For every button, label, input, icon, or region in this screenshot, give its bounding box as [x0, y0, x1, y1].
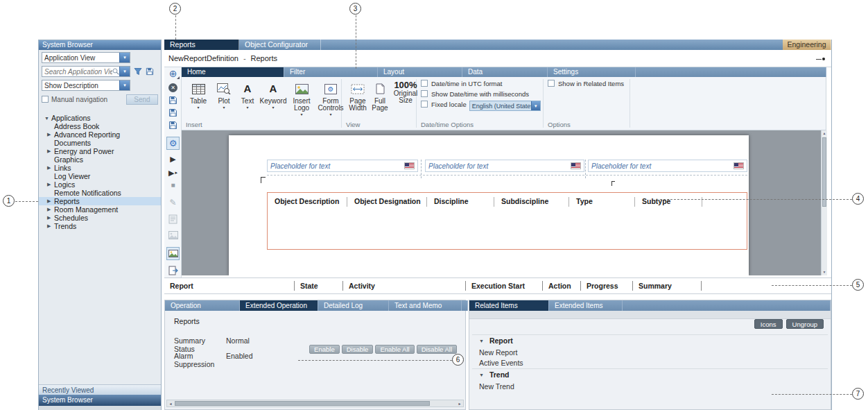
canvas-scrollbar[interactable]: ▲ ▼: [821, 130, 827, 275]
report-canvas[interactable]: Placeholder for text Placeholder for tex…: [182, 130, 821, 275]
table-column-header[interactable]: Discipline: [427, 197, 494, 249]
collapse-arrow-icon[interactable]: ▼: [479, 339, 484, 343]
queue-column-state[interactable]: State: [295, 281, 343, 291]
related-group-trend[interactable]: ▼ Trend: [479, 370, 510, 379]
tree-item-schedules[interactable]: ▶ Schedules: [39, 214, 161, 222]
scrollbar-thumb[interactable]: [822, 137, 826, 207]
locale-select[interactable]: English (United States) ▼: [469, 101, 541, 111]
related-item-new-trend[interactable]: New Trend: [479, 382, 514, 391]
stop-icon[interactable]: ■: [164, 179, 182, 191]
page-width-button[interactable]: Page Width: [346, 80, 370, 112]
report-document-icon[interactable]: [164, 213, 182, 225]
tree-item-room-management[interactable]: ▶ Room Management: [39, 205, 161, 214]
disable-button[interactable]: Disable: [342, 345, 374, 354]
tab-operation[interactable]: Operation: [165, 300, 240, 311]
tree-item-remote-notifications[interactable]: Remote Notifications: [39, 189, 161, 197]
queue-column-activity[interactable]: Activity: [343, 281, 466, 291]
tab-related-items[interactable]: Related Items: [469, 300, 549, 311]
full-page-button[interactable]: Full Page: [370, 80, 390, 112]
save-filter-icon[interactable]: [146, 67, 154, 76]
expand-arrow-icon[interactable]: ▶: [47, 148, 54, 154]
report-page[interactable]: Placeholder for text Placeholder for tex…: [229, 135, 749, 275]
icons-button[interactable]: Icons: [754, 319, 783, 329]
recently-viewed-bar[interactable]: Recently Viewed: [39, 384, 161, 395]
tree-item-documents[interactable]: Documents: [39, 139, 161, 147]
breadcrumb-context[interactable]: Reports: [251, 54, 278, 62]
tab-reports[interactable]: Reports: [164, 40, 239, 50]
ribbon-tab-layout[interactable]: Layout: [378, 67, 462, 77]
queue-column-progress[interactable]: Progress: [581, 281, 633, 291]
queue-column-action[interactable]: Action: [543, 281, 581, 291]
snapshot-icon[interactable]: [164, 246, 182, 261]
tree-item-applications[interactable]: ▼ Applications: [39, 114, 161, 122]
tab-text-and-memo[interactable]: Text and Memo: [389, 300, 462, 311]
report-table[interactable]: Object Description Object Designation Di…: [267, 192, 747, 250]
scrollbar-thumb[interactable]: [175, 401, 430, 406]
queue-column-summary[interactable]: Summary: [633, 281, 702, 291]
select-object-icon[interactable]: ⊕: [164, 67, 182, 80]
queue-column-report[interactable]: Report: [164, 281, 295, 291]
expand-arrow-icon[interactable]: ▶: [47, 165, 54, 171]
search-options-chevron-icon[interactable]: ▼: [119, 67, 130, 76]
tab-extended-operation[interactable]: Extended Operation: [240, 300, 318, 311]
export-icon[interactable]: [164, 264, 182, 277]
image-icon[interactable]: [164, 229, 182, 241]
expand-arrow-icon[interactable]: ▶: [47, 215, 54, 221]
tree-item-reports[interactable]: ▶ Reports: [39, 197, 161, 205]
fixed-locale-checkbox[interactable]: [421, 101, 428, 108]
edit-icon[interactable]: ✎: [164, 196, 182, 209]
tree-item-trends[interactable]: ▶ Trends: [39, 222, 161, 230]
ribbon-tab-data[interactable]: Data: [462, 67, 548, 77]
description-selector[interactable]: Show Description ▼: [42, 80, 130, 91]
table-column-header[interactable]: Object Description: [268, 197, 347, 249]
related-item-active-events[interactable]: Active Events: [479, 359, 523, 367]
collapse-arrow-icon[interactable]: ▼: [44, 116, 51, 121]
filter-funnel-icon[interactable]: [134, 67, 142, 76]
expand-arrow-icon[interactable]: ▶: [47, 132, 54, 137]
save-icon[interactable]: [164, 94, 182, 106]
expand-arrow-icon[interactable]: ▶: [47, 207, 54, 212]
table-button[interactable]: Table ▾: [186, 80, 211, 110]
related-group-report[interactable]: ▼ Report: [479, 336, 513, 345]
breadcrumb-name[interactable]: NewReportDefinition: [168, 54, 238, 62]
expand-arrow-icon[interactable]: ▶: [47, 182, 54, 187]
insert-logo-button[interactable]: Insert Logo ▾: [288, 80, 315, 117]
view-selector[interactable]: Application View ▼: [42, 52, 130, 63]
scroll-up-icon[interactable]: ▲: [822, 130, 827, 137]
text-placeholder-1[interactable]: Placeholder for text: [267, 160, 418, 172]
pin-icon[interactable]: [816, 58, 826, 60]
ungroup-button[interactable]: Ungroup: [786, 319, 824, 329]
queue-column-execution-start[interactable]: Execution Start: [466, 281, 543, 291]
tab-detailed-log[interactable]: Detailed Log: [318, 300, 389, 311]
table-column-header[interactable]: Type: [569, 197, 635, 249]
search-input[interactable]: [42, 68, 112, 76]
cancel-icon[interactable]: ✕: [164, 81, 182, 94]
chevron-down-icon[interactable]: ▼: [119, 80, 130, 90]
text-button[interactable]: A Text ▾: [237, 80, 258, 110]
keyword-button[interactable]: A Keyword ▾: [258, 80, 288, 110]
expand-arrow-icon[interactable]: ▶: [47, 223, 54, 229]
expand-arrow-icon[interactable]: ▶: [47, 198, 54, 204]
chevron-down-icon[interactable]: ▼: [531, 101, 540, 110]
tree-item-advanced-reporting[interactable]: ▶ Advanced Reporting: [39, 130, 161, 139]
manual-navigation-checkbox[interactable]: [42, 96, 49, 103]
tree-item-links[interactable]: ▶ Links: [39, 164, 161, 172]
scroll-right-icon[interactable]: ▸: [456, 401, 463, 406]
table-column-header[interactable]: Subtype: [635, 197, 702, 249]
save-as-icon[interactable]: [164, 106, 182, 119]
settings-gear-icon[interactable]: ⚙: [164, 136, 182, 151]
enable-button[interactable]: Enable: [309, 345, 340, 354]
chevron-down-icon[interactable]: ▼: [119, 53, 130, 62]
system-browser-footer-bar[interactable]: System Browser: [39, 395, 161, 406]
table-column-header[interactable]: Subdiscipline: [494, 197, 569, 249]
run-icon[interactable]: ▶: [164, 153, 182, 165]
collapse-arrow-icon[interactable]: ▼: [479, 373, 484, 377]
tab-object-configurator[interactable]: Object Configurator: [239, 40, 321, 50]
ribbon-tab-settings[interactable]: Settings: [548, 67, 636, 77]
operation-panel-scrollbar[interactable]: ◂ ▸: [166, 400, 464, 407]
send-button[interactable]: Send: [126, 94, 158, 105]
tab-engineering[interactable]: Engineering: [783, 40, 831, 50]
ribbon-tab-home[interactable]: Home: [182, 67, 284, 77]
tree-item-logics[interactable]: ▶ Logics: [39, 180, 161, 189]
ribbon-tab-filter[interactable]: Filter: [284, 67, 378, 77]
